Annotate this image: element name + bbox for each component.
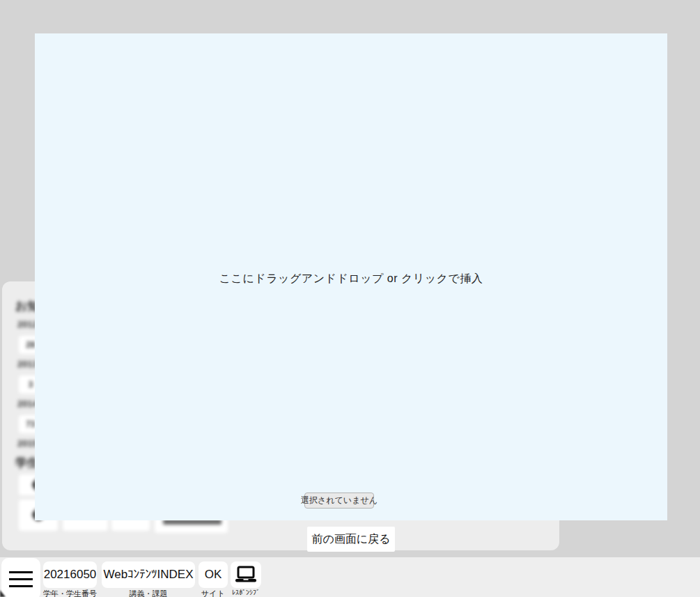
page: { "page": { "background_color": "#d4d4d4… [0, 0, 700, 597]
file-select-status-button[interactable]: 選択されていません [304, 493, 374, 509]
responsive-label: ﾚｽﾎﾟﾝｼﾌﾞ [228, 589, 264, 596]
student-number-label: 学年・学生番号 [43, 589, 97, 597]
webcontents-index-button[interactable]: WebｺﾝﾃﾝﾂINDEX [102, 561, 195, 588]
webcontents-label: 講義・課題 [102, 589, 195, 597]
bottom-toolbar: 20216050 学年・学生番号 WebｺﾝﾃﾝﾂINDEX 講義・課題 OK … [0, 557, 700, 597]
site-ok-button[interactable]: OK [199, 561, 228, 588]
responsive-preview-button[interactable] [231, 561, 261, 588]
dropzone-instruction: ここにドラッグアンドドロップ or クリックで挿入 [35, 272, 667, 286]
site-label: サイト [199, 589, 228, 597]
file-dropzone[interactable]: ここにドラッグアンドドロップ or クリックで挿入 選択されていません [35, 33, 667, 520]
blurred-corner-artifact [0, 590, 6, 597]
back-button[interactable]: 前の画面に戻る [307, 527, 395, 552]
laptop-icon [234, 566, 258, 584]
hamburger-icon [9, 571, 33, 573]
menu-button[interactable] [1, 558, 40, 597]
student-number-button[interactable]: 20216050 [43, 561, 97, 588]
